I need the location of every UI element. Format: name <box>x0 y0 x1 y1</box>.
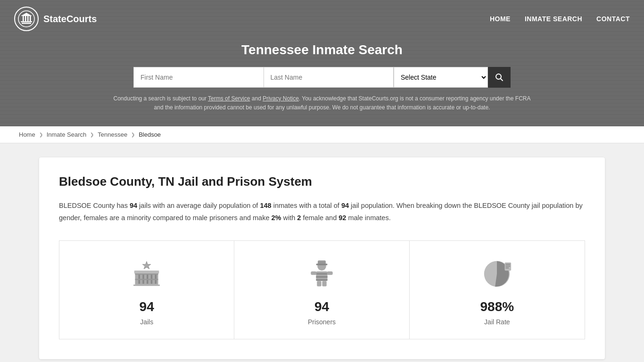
svg-rect-5 <box>27 16 29 21</box>
svg-rect-32 <box>317 281 321 286</box>
total-jail: 94 <box>341 202 349 209</box>
nav-home[interactable]: HOME <box>490 15 511 23</box>
svg-rect-33 <box>322 281 326 286</box>
svg-rect-24 <box>318 262 326 263</box>
privacy-link[interactable]: Privacy Notice <box>263 95 299 102</box>
search-button[interactable] <box>488 67 511 88</box>
stat-prisoners: 94 Prisoners <box>234 241 409 339</box>
jails-icon <box>128 255 165 293</box>
search-bar: Select State Alabama Alaska Arizona Tenn… <box>133 67 511 88</box>
svg-rect-28 <box>316 276 327 278</box>
page-heading: Bledsoe County, TN Jail and Prison Syste… <box>59 174 585 189</box>
search-icon <box>495 73 504 82</box>
svg-rect-2 <box>21 21 32 22</box>
breadcrumb-inmate-search[interactable]: Inmate Search <box>47 131 87 138</box>
logo-icon <box>14 7 39 31</box>
main-content: Bledsoe County, TN Jail and Prison Syste… <box>16 143 628 362</box>
jail-rate-icon <box>478 255 516 293</box>
breadcrumb-sep-1: ❯ <box>39 132 43 137</box>
svg-rect-36 <box>506 263 511 264</box>
svg-rect-6 <box>30 16 31 21</box>
hero-section: Tennessee Inmate Search Select State Ala… <box>0 38 644 126</box>
jail-rate-number: 988% <box>480 299 514 314</box>
svg-rect-37 <box>506 265 511 266</box>
svg-rect-25 <box>318 263 326 263</box>
breadcrumb-state[interactable]: Tennessee <box>98 131 127 138</box>
breadcrumb-sep-2: ❯ <box>90 132 94 137</box>
prisoners-icon <box>303 255 340 293</box>
description-text: BLEDSOE County has 94 jails with an aver… <box>59 199 585 224</box>
jails-count: 94 <box>130 202 137 209</box>
last-name-input[interactable] <box>264 67 394 88</box>
svg-rect-27 <box>316 273 327 275</box>
svg-line-9 <box>501 79 503 81</box>
svg-rect-4 <box>25 16 26 21</box>
stat-jails: 94 Jails <box>59 241 234 339</box>
svg-rect-30 <box>311 272 316 275</box>
jails-number: 94 <box>140 299 154 314</box>
breadcrumb-home[interactable]: Home <box>19 131 35 138</box>
svg-rect-18 <box>134 271 159 273</box>
nav-contact[interactable]: CONTACT <box>596 15 630 23</box>
breadcrumb-sep-3: ❯ <box>131 132 135 137</box>
svg-rect-29 <box>316 280 327 281</box>
disclaimer-text: Conducting a search is subject to our Te… <box>110 94 534 112</box>
female-pct: 2% <box>272 214 281 222</box>
main-nav: StateCourts HOME INMATE SEARCH CONTACT <box>0 0 644 38</box>
nav-links: HOME INMATE SEARCH CONTACT <box>490 15 630 23</box>
state-select[interactable]: Select State Alabama Alaska Arizona Tenn… <box>394 67 488 88</box>
svg-rect-20 <box>133 284 160 286</box>
female-count: 2 <box>297 214 301 222</box>
svg-rect-17 <box>135 279 158 280</box>
svg-marker-7 <box>21 13 32 16</box>
jails-label: Jails <box>140 318 153 326</box>
svg-rect-35 <box>505 262 512 270</box>
avg-pop: 148 <box>260 202 271 209</box>
logo-text: StateCourts <box>43 14 97 25</box>
hero-title: Tennessee Inmate Search <box>9 42 635 58</box>
site-logo[interactable]: StateCourts <box>14 7 97 31</box>
breadcrumb: Home ❯ Inmate Search ❯ Tennessee ❯ Bleds… <box>0 126 644 143</box>
terms-link[interactable]: Terms of Service <box>208 95 250 102</box>
prisoners-label: Prisoners <box>308 318 336 326</box>
stat-jail-rate: 988% Jail Rate <box>410 241 585 339</box>
content-card: Bledsoe County, TN Jail and Prison Syste… <box>39 157 605 359</box>
svg-rect-3 <box>23 16 24 21</box>
breadcrumb-current: Bledsoe <box>139 131 161 138</box>
svg-rect-38 <box>506 267 509 268</box>
svg-rect-31 <box>327 272 333 275</box>
site-header: StateCourts HOME INMATE SEARCH CONTACT T… <box>0 0 644 126</box>
stats-grid: 94 Jails <box>59 240 585 339</box>
first-name-input[interactable] <box>133 67 264 88</box>
svg-rect-23 <box>318 261 326 264</box>
male-count: 92 <box>339 214 346 222</box>
jail-rate-label: Jail Rate <box>484 318 510 326</box>
nav-inmate-search[interactable]: INMATE SEARCH <box>525 15 582 23</box>
svg-marker-19 <box>142 261 151 269</box>
svg-rect-1 <box>22 23 31 24</box>
prisoners-number: 94 <box>314 299 329 314</box>
